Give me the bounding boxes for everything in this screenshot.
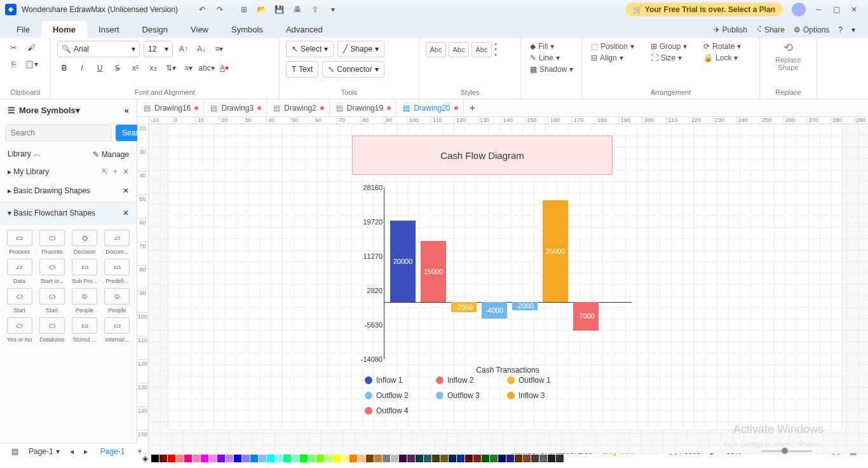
publish-button[interactable]: ✈ Publish bbox=[711, 24, 750, 36]
shape-item[interactable]: ☺People bbox=[102, 288, 133, 313]
menu-symbols[interactable]: Symbols bbox=[220, 21, 275, 38]
paste-button[interactable]: 📋▾ bbox=[24, 57, 38, 71]
shape-item[interactable]: ⬭Yes or No bbox=[4, 317, 35, 343]
canvas[interactable]: Cash Flow Diagram Cash Transactions 2816… bbox=[149, 124, 868, 453]
new-button[interactable]: ⊞ bbox=[236, 2, 252, 17]
palette-color[interactable] bbox=[184, 455, 192, 462]
palette-color[interactable] bbox=[316, 455, 324, 462]
trial-banner[interactable]: 🛒Your Free Trial is over. Select a Plan bbox=[625, 3, 783, 17]
bold-button[interactable]: B bbox=[57, 61, 71, 75]
palette-color[interactable] bbox=[383, 455, 390, 462]
palette-color[interactable] bbox=[308, 455, 316, 462]
close-button[interactable]: ✕ bbox=[845, 1, 863, 18]
export-button[interactable]: ⇪ bbox=[308, 2, 323, 17]
palette-color[interactable] bbox=[193, 455, 200, 462]
minimize-button[interactable]: ─ bbox=[810, 1, 827, 18]
line-button[interactable]: ✎ Line▾ bbox=[527, 52, 575, 64]
chart-bar[interactable]: 25000 bbox=[543, 200, 568, 302]
subscript-button[interactable]: x₂ bbox=[146, 61, 160, 75]
menu-advanced[interactable]: Advanced bbox=[275, 21, 334, 38]
manage-library-button[interactable]: ✎ Manage bbox=[93, 150, 129, 159]
palette-color[interactable] bbox=[473, 455, 481, 462]
fill-button[interactable]: ◆ Fill▾ bbox=[527, 41, 575, 52]
lib-close-icon[interactable]: ✕ bbox=[123, 167, 129, 176]
palette-color[interactable] bbox=[242, 455, 250, 462]
symbol-search-input[interactable] bbox=[5, 125, 112, 141]
palette-color[interactable] bbox=[407, 455, 415, 462]
palette-color[interactable] bbox=[539, 455, 547, 462]
chart-bar[interactable]: -4000 bbox=[482, 302, 507, 319]
chart-title[interactable]: Cash Flow Diagram bbox=[352, 135, 613, 175]
superscript-button[interactable]: x² bbox=[128, 61, 142, 75]
shape-item[interactable]: ▭Predefi... bbox=[102, 259, 133, 284]
redo-button[interactable]: ↷ bbox=[212, 2, 227, 17]
qat-more-button[interactable]: ▾ bbox=[325, 2, 341, 17]
shape-item[interactable]: ▱Data bbox=[4, 259, 35, 284]
basic-flowchart-category[interactable]: ▾ Basic Flowchart Shapes✕ bbox=[0, 202, 137, 224]
shape-item[interactable]: ⬭Start bbox=[4, 288, 35, 313]
align-shapes-button[interactable]: ⊟ Align▾ bbox=[588, 52, 637, 64]
palette-color[interactable] bbox=[341, 455, 349, 462]
align-button[interactable]: ≡▾ bbox=[212, 42, 226, 56]
cat2-close-icon[interactable]: ✕ bbox=[123, 209, 129, 217]
tab-close-icon[interactable] bbox=[454, 106, 458, 110]
next-page-button[interactable]: ▸ bbox=[79, 447, 93, 456]
palette-color[interactable] bbox=[358, 455, 365, 462]
cut-button[interactable]: ✂ bbox=[6, 41, 20, 55]
palette-color[interactable] bbox=[151, 455, 159, 462]
user-avatar[interactable] bbox=[792, 3, 806, 17]
chart-bar[interactable]: -2550 bbox=[451, 302, 477, 312]
palette-color[interactable] bbox=[523, 455, 531, 462]
style-preset-2[interactable]: Abc bbox=[449, 42, 469, 57]
shape-item[interactable]: ◇Decision bbox=[69, 230, 100, 255]
copy-button[interactable]: ⎘ bbox=[6, 57, 20, 71]
lib-add-icon[interactable]: + bbox=[113, 167, 118, 176]
palette-color[interactable] bbox=[465, 455, 473, 462]
document-tab[interactable]: ▤Drawing3 bbox=[204, 99, 267, 117]
page-select[interactable]: Page-1 ▾ bbox=[24, 447, 65, 456]
help-button[interactable]: ? bbox=[836, 24, 845, 36]
chart[interactable]: Cash Transactions 2816019720112702820-56… bbox=[352, 188, 632, 366]
text-tool[interactable]: T Text bbox=[286, 61, 318, 78]
shape-item[interactable]: ▭Internal... bbox=[102, 317, 133, 343]
maximize-button[interactable]: ▢ bbox=[827, 1, 845, 18]
palette-color[interactable] bbox=[424, 455, 431, 462]
add-page-button[interactable]: + bbox=[132, 447, 147, 456]
palette-color[interactable] bbox=[217, 455, 225, 462]
shape-item[interactable]: ▱Docum... bbox=[102, 230, 133, 255]
size-button[interactable]: ⛶ Size▾ bbox=[648, 52, 689, 64]
tab-close-icon[interactable] bbox=[194, 106, 198, 110]
palette-color[interactable] bbox=[234, 455, 241, 462]
cat1-close-icon[interactable]: ✕ bbox=[123, 186, 129, 195]
shape-item[interactable]: ▭Stored ... bbox=[69, 317, 100, 343]
palette-color[interactable] bbox=[325, 455, 332, 462]
italic-button[interactable]: I bbox=[75, 61, 89, 75]
palette-color[interactable] bbox=[226, 455, 233, 462]
palette-color[interactable] bbox=[209, 455, 217, 462]
palette-color[interactable] bbox=[449, 455, 456, 462]
shape-item[interactable]: ⬭Process bbox=[36, 230, 67, 255]
replace-shape-button[interactable]: Replace Shape bbox=[775, 56, 801, 71]
palette-color[interactable] bbox=[300, 455, 308, 462]
palette-color[interactable] bbox=[490, 455, 498, 462]
new-tab-button[interactable]: + bbox=[464, 102, 482, 114]
menu-home[interactable]: Home bbox=[41, 21, 87, 38]
pages-menu-button[interactable]: ▤ bbox=[6, 447, 24, 456]
palette-color[interactable] bbox=[267, 455, 275, 462]
palette-color[interactable] bbox=[531, 455, 539, 462]
group-button[interactable]: ⊞ Group▾ bbox=[648, 41, 689, 52]
palette-color[interactable] bbox=[292, 455, 299, 462]
shape-item[interactable]: ▭Sub Pro... bbox=[69, 259, 100, 284]
tab-close-icon[interactable] bbox=[257, 106, 261, 110]
palette-color[interactable] bbox=[432, 455, 440, 462]
select-tool[interactable]: ↖ Select ▾ bbox=[286, 41, 334, 57]
menu-file[interactable]: File bbox=[5, 21, 41, 38]
palette-color[interactable] bbox=[556, 455, 564, 462]
prev-page-button[interactable]: ◂ bbox=[65, 447, 79, 456]
palette-color[interactable] bbox=[399, 455, 407, 462]
chart-bar[interactable]: -7000 bbox=[573, 302, 599, 331]
my-library-item[interactable]: ▸ My Library bbox=[8, 167, 49, 176]
lock-button[interactable]: 🔒 Lock▾ bbox=[701, 52, 743, 64]
bullets-button[interactable]: ≡▾ bbox=[182, 61, 196, 75]
font-size-select[interactable]: 12▾ bbox=[144, 41, 173, 57]
